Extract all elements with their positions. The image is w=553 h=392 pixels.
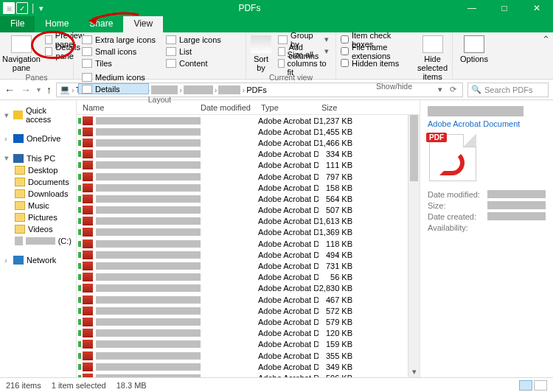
nav-quick-access[interactable]: ▾Quick access: [1, 105, 74, 125]
layout-tiles[interactable]: Tiles: [78, 57, 159, 69]
status-selected: 1 item selected: [52, 381, 106, 390]
table-row[interactable]: Adobe Acrobat D...579 KB: [77, 316, 420, 327]
layout-small-icons[interactable]: Small icons: [78, 46, 159, 57]
navigation-tree[interactable]: ▾Quick access ›OneDrive ▾This PC Desktop…: [0, 100, 77, 377]
view-icons-toggle[interactable]: [534, 380, 547, 391]
file-type: Adobe Acrobat D...: [258, 150, 319, 158]
layout-medium-icons[interactable]: Medium icons: [78, 71, 149, 83]
details-date-modified: [487, 190, 546, 198]
qat-check-icon[interactable]: ✓: [16, 2, 28, 14]
file-name-redacted: [96, 240, 201, 248]
nav-documents[interactable]: Documents: [1, 176, 74, 188]
table-row[interactable]: Adobe Acrobat D...334 KB: [77, 149, 420, 160]
table-row[interactable]: Adobe Acrobat D...467 KB: [77, 294, 420, 305]
scroll-down-button[interactable]: ▾: [408, 367, 420, 377]
table-row[interactable]: Adobe Acrobat D...159 KB: [77, 339, 420, 350]
file-name-extensions-toggle[interactable]: File name extensions: [341, 46, 414, 57]
details-size: [487, 201, 546, 209]
table-row[interactable]: Adobe Acrobat D...56 KB: [77, 272, 420, 283]
layout-content[interactable]: Content: [162, 57, 225, 69]
table-row[interactable]: Adobe Acrobat D...2,830 KB: [77, 283, 420, 294]
search-input[interactable]: 🔍 Search PDFs: [467, 83, 549, 97]
table-row[interactable]: Adobe Acrobat D...507 KB: [77, 205, 420, 216]
layout-list[interactable]: List: [162, 46, 225, 57]
options-button[interactable]: Options: [457, 34, 491, 63]
nav-pictures[interactable]: Pictures: [1, 211, 74, 223]
file-size: 349 KB: [319, 363, 357, 371]
table-row[interactable]: Adobe Acrobat D...355 KB: [77, 350, 420, 361]
layout-details[interactable]: Details: [78, 83, 149, 94]
pdf-file-icon: [83, 183, 93, 192]
file-size: 731 KB: [319, 262, 357, 270]
table-row[interactable]: Adobe Acrobat D...111 KB: [77, 160, 420, 171]
table-row[interactable]: Adobe Acrobat D...158 KB: [77, 182, 420, 193]
table-row[interactable]: Adobe Acrobat D...118 KB: [77, 238, 420, 249]
table-row[interactable]: Adobe Acrobat D...506 KB: [77, 372, 420, 377]
pdf-file-icon: [83, 172, 93, 181]
column-type[interactable]: Type: [261, 103, 321, 112]
file-size: 120 KB: [319, 329, 357, 337]
nav-this-pc[interactable]: ▾This PC: [1, 152, 74, 164]
layout-large-icons[interactable]: Large icons: [162, 34, 225, 45]
column-date[interactable]: Date modified: [201, 103, 261, 112]
file-name-redacted: [96, 307, 201, 315]
table-row[interactable]: Adobe Acrobat D...1,466 KB: [77, 137, 420, 148]
table-row[interactable]: Adobe Acrobat D...731 KB: [77, 260, 420, 271]
sort-by-button[interactable]: Sort by: [251, 34, 271, 72]
layout-extra-large-icons[interactable]: Extra large icons: [78, 34, 159, 45]
up-button[interactable]: ↑: [46, 84, 52, 96]
recent-locations-button[interactable]: ▾: [37, 85, 41, 94]
tab-view[interactable]: View: [123, 16, 163, 32]
maximize-button[interactable]: □: [488, 0, 521, 16]
nav-music[interactable]: Music: [1, 200, 74, 211]
file-size: 355 KB: [319, 351, 357, 360]
preview-pane-icon: [45, 35, 52, 44]
refresh-button[interactable]: ⟳: [447, 85, 459, 94]
table-row[interactable]: Adobe Acrobat D...1,613 KB: [77, 216, 420, 227]
file-rows[interactable]: Adobe Acrobat D...1,237 KBAdobe Acrobat …: [77, 115, 420, 377]
scroll-thumb[interactable]: [410, 115, 418, 181]
scrollbar[interactable]: ▴ ▾: [408, 115, 420, 377]
crumb-pdfs[interactable]: PDFs: [246, 85, 267, 94]
table-row[interactable]: Adobe Acrobat D...120 KB: [77, 328, 420, 339]
nav-onedrive[interactable]: ›OneDrive: [1, 133, 74, 144]
table-row[interactable]: Adobe Acrobat D...564 KB: [77, 193, 420, 204]
file-type: Adobe Acrobat D...: [258, 239, 319, 248]
nav-desktop[interactable]: Desktop: [1, 164, 74, 176]
nav-drive-c[interactable]: (C:): [1, 235, 74, 247]
table-row[interactable]: Adobe Acrobat D...1,237 KB: [77, 115, 420, 126]
view-details-toggle[interactable]: [519, 380, 532, 391]
pdf-file-icon: [83, 295, 93, 304]
navigation-pane-button[interactable]: Navigation pane: [4, 34, 38, 72]
pdf-file-icon: [83, 127, 93, 136]
column-name[interactable]: Name: [83, 103, 201, 112]
table-row[interactable]: Adobe Acrobat D...797 KB: [77, 171, 420, 182]
file-name-redacted: [96, 262, 201, 270]
pdf-file-icon: [83, 318, 93, 326]
minimize-button[interactable]: —: [456, 0, 488, 16]
pdf-file-icon: [83, 307, 93, 315]
folder-icon: ▣: [3, 2, 15, 14]
column-size[interactable]: Size: [321, 103, 357, 112]
nav-downloads[interactable]: Downloads: [1, 188, 74, 200]
table-row[interactable]: Adobe Acrobat D...1,369 KB: [77, 227, 420, 238]
file-type: Adobe Acrobat D...: [258, 139, 319, 147]
table-row[interactable]: Adobe Acrobat D...1,455 KB: [77, 126, 420, 137]
tab-file[interactable]: File: [0, 16, 35, 32]
file-name-redacted: [96, 228, 201, 236]
hidden-items-toggle[interactable]: Hidden items: [341, 57, 414, 69]
file-name-redacted: [96, 173, 201, 181]
table-row[interactable]: Adobe Acrobat D...349 KB: [77, 361, 420, 372]
forward-button[interactable]: →: [21, 84, 31, 96]
table-row[interactable]: Adobe Acrobat D...494 KB: [77, 249, 420, 260]
size-columns-button[interactable]: Size all columns to fit: [274, 57, 333, 69]
nav-videos[interactable]: Videos: [1, 223, 74, 235]
nav-network[interactable]: ›Network: [1, 254, 74, 266]
hide-selected-items-button[interactable]: Hide selected items: [417, 34, 448, 81]
file-type: Adobe Acrobat D...: [258, 329, 319, 337]
table-row[interactable]: Adobe Acrobat D...572 KB: [77, 305, 420, 316]
back-button[interactable]: ←: [4, 84, 15, 96]
ribbon-collapse-button[interactable]: ⌃: [542, 34, 550, 45]
file-type: Adobe Acrobat D...: [258, 161, 319, 169]
close-button[interactable]: ✕: [521, 0, 553, 16]
